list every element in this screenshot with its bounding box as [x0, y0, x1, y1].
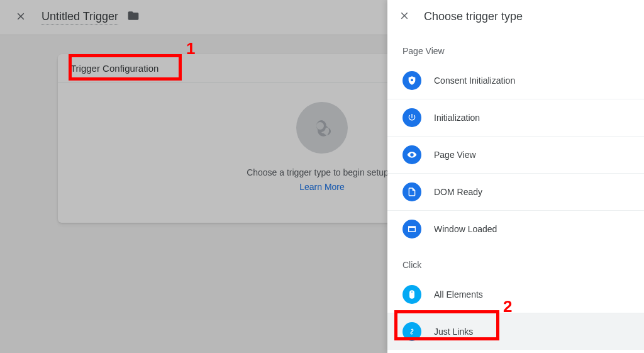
trigger-type-page-view[interactable]: Page View — [387, 137, 644, 174]
annotation-box-2 — [394, 310, 499, 340]
trigger-type-label: All Elements — [434, 289, 483, 300]
document-icon — [402, 182, 421, 201]
trigger-list-page-view: Consent Initialization Initialization Pa… — [387, 62, 644, 247]
trigger-type-window-loaded[interactable]: Window Loaded — [387, 211, 644, 247]
trigger-type-label: Consent Initialization — [434, 76, 515, 86]
mouse-icon — [402, 285, 421, 304]
trigger-type-dom-ready[interactable]: DOM Ready — [387, 174, 644, 211]
close-panel-button[interactable] — [399, 9, 410, 25]
shield-icon — [402, 71, 421, 90]
panel-body: Page View Consent Initialization Initial… — [387, 33, 644, 353]
annotation-label-1: 1 — [186, 39, 195, 59]
choose-trigger-type-panel: Choose trigger type Page View Consent In… — [387, 0, 644, 353]
trigger-type-all-elements[interactable]: All Elements — [387, 276, 644, 313]
section-title-click: Click — [387, 247, 644, 276]
trigger-type-consent-initialization[interactable]: Consent Initialization — [387, 62, 644, 99]
svg-point-0 — [411, 79, 413, 82]
panel-title: Choose trigger type — [424, 10, 523, 23]
trigger-type-label: Window Loaded — [434, 224, 497, 234]
trigger-type-initialization[interactable]: Initialization — [387, 99, 644, 137]
panel-header: Choose trigger type — [387, 0, 644, 33]
window-icon — [402, 220, 421, 238]
eye-icon — [402, 145, 421, 164]
trigger-type-label: DOM Ready — [434, 187, 482, 197]
annotation-label-2: 2 — [503, 297, 512, 317]
annotation-box-1 — [69, 54, 182, 81]
svg-point-1 — [411, 154, 413, 156]
close-icon — [399, 10, 410, 21]
trigger-type-label: Page View — [434, 150, 476, 160]
power-icon — [402, 108, 421, 127]
section-title-page-view: Page View — [387, 33, 644, 62]
trigger-type-label: Initialization — [434, 113, 480, 123]
